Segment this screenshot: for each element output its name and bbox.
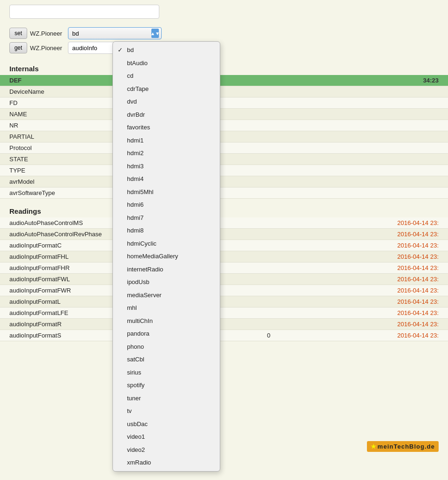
readings-time-cell: 2016-04-14 23:	[309, 240, 448, 251]
readings-value-cell	[258, 240, 309, 251]
dropdown-item[interactable]: video2	[113, 443, 220, 457]
readings-value-cell	[258, 251, 309, 262]
input-dropdown[interactable]: bdbtAudiocdcdrTapedvddvrBdrfavoriteshdmi…	[68, 27, 162, 39]
table-row: Protocol	[0, 142, 448, 154]
internals-value-cell	[246, 86, 317, 98]
internals-time-cell	[317, 188, 448, 199]
dropdown-item[interactable]: cd	[113, 69, 220, 82]
dropdown-overlay[interactable]: bdbtAudiocdcdrTapedvddvrBdrfavoriteshdmi…	[112, 41, 220, 472]
star-icon: ★	[371, 443, 377, 450]
dropdown-item[interactable]: mhl	[113, 301, 220, 315]
dropdown-item[interactable]: hdmi6	[113, 198, 220, 211]
internals-value-cell	[246, 120, 317, 131]
internals-value-cell	[246, 131, 317, 142]
internals-time-cell	[317, 109, 448, 120]
internals-table: DEF34:23DeviceNameFDNAMENRPARTIALProtoco…	[0, 75, 448, 199]
dropdown-item[interactable]: dvrBdr	[113, 108, 220, 121]
internals-value-cell	[246, 165, 317, 176]
dropdown-item[interactable]: hdmi1	[113, 134, 220, 147]
internals-time-cell	[317, 154, 448, 165]
internals-time-cell	[317, 120, 448, 131]
dropdown-item[interactable]: mediaServer	[113, 289, 220, 302]
readings-time-cell: 2016-04-14 23:	[309, 251, 448, 262]
dropdown-item[interactable]: hdmi4	[113, 172, 220, 186]
dropdown-item[interactable]: internetRadio	[113, 263, 220, 276]
top-search-input[interactable]	[9, 5, 159, 19]
table-row: audioInputFormatR2016-04-14 23:	[0, 319, 448, 330]
set-device-label: WZ.Pioneer	[30, 30, 65, 37]
internals-time-cell	[317, 86, 448, 98]
table-row: audioInputFormatLFE2016-04-14 23:	[0, 308, 448, 319]
watermark: ★meinTechBlog.de	[367, 441, 439, 452]
internals-time-cell	[317, 98, 448, 109]
readings-time-cell: 2016-04-14 23:	[309, 285, 448, 296]
table-row: NAME	[0, 109, 448, 120]
dropdown-item[interactable]: btAudio	[113, 57, 220, 70]
table-row: PARTIAL	[0, 131, 448, 142]
get-row: get WZ.Pioneer	[9, 42, 439, 54]
table-row: audioAutoPhaseControlRevPhase2016-04-14 …	[0, 229, 448, 240]
readings-value-cell: 0	[258, 330, 309, 341]
readings-value-cell	[258, 218, 309, 229]
dropdown-item[interactable]: hdmi2	[113, 147, 220, 160]
dropdown-item[interactable]: tv	[113, 405, 220, 418]
internals-value-cell	[246, 109, 317, 120]
dropdown-item[interactable]: hdmi7	[113, 211, 220, 225]
dropdown-item[interactable]: favorites	[113, 121, 220, 134]
get-device-label: WZ.Pioneer	[30, 45, 65, 52]
internals-time-cell	[317, 176, 448, 188]
table-row: audioInputFormatFHL2016-04-14 23:	[0, 251, 448, 262]
dropdown-item[interactable]: ipodUsb	[113, 276, 220, 289]
controls-area: set WZ.Pioneer bdbtAudiocdcdrTapedvddvrB…	[0, 23, 448, 61]
readings-value-cell	[258, 285, 309, 296]
dropdown-item[interactable]: dvd	[113, 95, 220, 108]
dropdown-item[interactable]: multiChIn	[113, 315, 220, 328]
readings-value-cell	[258, 274, 309, 285]
set-button[interactable]: set	[9, 28, 27, 39]
dropdown-item[interactable]: usbDac	[113, 418, 220, 431]
set-row: set WZ.Pioneer bdbtAudiocdcdrTapedvddvrB…	[9, 27, 439, 39]
dropdown-item[interactable]: cdrTape	[113, 82, 220, 96]
dropdown-item[interactable]: hdmi3	[113, 160, 220, 173]
internals-value-cell	[246, 188, 317, 199]
table-row: audioInputFormatL2016-04-14 23:	[0, 296, 448, 308]
table-row: avrModel	[0, 176, 448, 188]
internals-value-cell	[246, 154, 317, 165]
readings-time-cell: 2016-04-14 23:	[309, 330, 448, 341]
readings-value-cell	[258, 308, 309, 319]
dropdown-item[interactable]: pandora	[113, 327, 220, 340]
table-row: TYPE	[0, 165, 448, 176]
readings-value-cell	[258, 319, 309, 330]
dropdown-item[interactable]: homeMediaGallery	[113, 250, 220, 263]
dropdown-item[interactable]: bd	[113, 44, 220, 57]
internals-time-cell	[317, 142, 448, 154]
dropdown-item[interactable]: tuner	[113, 392, 220, 405]
internals-time-cell	[317, 165, 448, 176]
table-row: audioInputFormatS02016-04-14 23:	[0, 330, 448, 341]
internals-value-cell	[246, 142, 317, 154]
readings-table: audioAutoPhaseControlMS2016-04-14 23:aud…	[0, 218, 448, 341]
table-row: audioAutoPhaseControlMS2016-04-14 23:	[0, 218, 448, 229]
dropdown-item[interactable]: video1	[113, 430, 220, 443]
dropdown-item[interactable]: satCbl	[113, 353, 220, 366]
internals-value-cell	[246, 176, 317, 188]
get-button[interactable]: get	[9, 42, 27, 53]
table-row: audioInputFormatFHR2016-04-14 23:	[0, 262, 448, 274]
table-row: STATE	[0, 154, 448, 165]
readings-time-cell: 2016-04-14 23:	[309, 274, 448, 285]
readings-value-cell	[258, 262, 309, 274]
dropdown-item[interactable]: hdmi5Mhl	[113, 186, 220, 199]
dropdown-item[interactable]: hdmiCyclic	[113, 237, 220, 250]
readings-time-cell: 2016-04-14 23:	[309, 296, 448, 308]
table-row: NR	[0, 120, 448, 131]
readings-time-cell: 2016-04-14 23:	[309, 308, 448, 319]
dropdown-item[interactable]: sirius	[113, 366, 220, 379]
dropdown-item[interactable]: hdmi8	[113, 224, 220, 237]
dropdown-item[interactable]: spotify	[113, 379, 220, 392]
readings-title: Readings	[0, 203, 448, 218]
input-dropdown-container: bdbtAudiocdcdrTapedvddvrBdrfavoriteshdmi…	[68, 27, 162, 39]
table-row: DeviceName	[0, 86, 448, 98]
table-row: audioInputFormatFWR2016-04-14 23:	[0, 285, 448, 296]
dropdown-item[interactable]: phono	[113, 340, 220, 353]
dropdown-item[interactable]: xmRadio	[113, 456, 220, 469]
